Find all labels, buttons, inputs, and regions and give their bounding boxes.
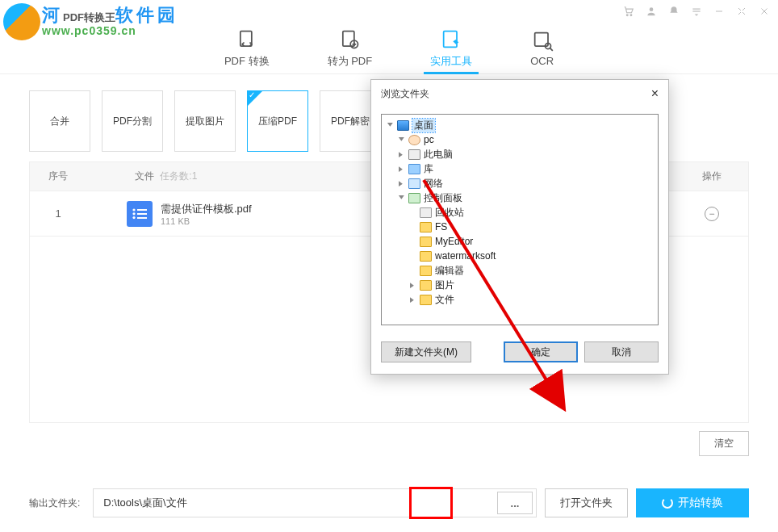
clear-button[interactable]: 清空 — [699, 431, 749, 456]
maximize-icon[interactable] — [736, 6, 747, 17]
svg-point-0 — [626, 15, 628, 16]
new-folder-button[interactable]: 新建文件夹(M) — [381, 341, 471, 362]
tree-item[interactable]: ▶图片 — [383, 278, 656, 292]
tab-ocr[interactable]: OCR — [524, 23, 560, 73]
tool-compress[interactable]: 压缩PDF — [247, 90, 308, 152]
menu-dropdown-icon[interactable] — [691, 6, 702, 17]
tree-item[interactable]: ▶pc — [383, 132, 656, 147]
row-index: 1 — [30, 207, 86, 220]
tab-tools[interactable]: 实用工具 — [424, 23, 479, 73]
tree-item[interactable]: FS — [383, 220, 656, 234]
open-folder-button[interactable]: 打开文件夹 — [545, 488, 628, 517]
tool-merge[interactable]: 合并 — [29, 90, 90, 152]
svg-point-1 — [630, 15, 632, 16]
cancel-button[interactable]: 取消 — [584, 341, 659, 362]
site-watermark: 河PDF转换王软件园 www.pc0359.cn — [3, 3, 178, 40]
file-icon — [127, 201, 153, 227]
close-icon[interactable] — [759, 6, 770, 17]
tab-label: 转为 PDF — [328, 54, 373, 69]
tab-label: PDF 转换 — [224, 54, 270, 69]
cart-icon[interactable] — [623, 6, 634, 17]
tree-item[interactable]: ▶文件 — [383, 292, 656, 307]
minimize-icon[interactable] — [713, 6, 725, 17]
footer-bar: 输出文件夹: ... 打开文件夹 开始转换 — [0, 488, 778, 517]
tool-extract-images[interactable]: 提取图片 — [174, 90, 236, 152]
dialog-close-button[interactable]: × — [651, 86, 659, 101]
tree-item[interactable]: ▶网络 — [383, 176, 656, 191]
tree-item[interactable]: ▶桌面 — [383, 118, 656, 132]
bell-icon[interactable] — [668, 6, 680, 17]
col-op-header: 操作 — [676, 170, 748, 183]
tab-pdf-convert[interactable]: PDF 转换 — [218, 23, 276, 73]
tree-item[interactable]: MyEditor — [383, 234, 656, 249]
svg-rect-3 — [692, 9, 700, 10]
tab-label: 实用工具 — [430, 54, 472, 69]
folder-tree[interactable]: ▶桌面▶pc▶此电脑▶库▶网络▶控制面板回收站FSMyEditorwaterma… — [381, 114, 659, 325]
dialog-title: 浏览文件夹 — [381, 87, 429, 101]
tree-item[interactable]: ▶库 — [383, 161, 656, 176]
tool-split[interactable]: PDF分割 — [102, 90, 163, 152]
refresh-icon — [662, 497, 673, 509]
ok-button[interactable]: 确定 — [504, 341, 578, 362]
tab-label: OCR — [530, 55, 554, 67]
svg-rect-11 — [444, 31, 457, 47]
tab-to-pdf[interactable]: 转为 PDF — [321, 23, 379, 73]
tree-item[interactable]: watermarksoft — [383, 249, 656, 263]
remove-row-button[interactable]: − — [705, 207, 719, 221]
output-path-input[interactable] — [94, 497, 497, 509]
start-convert-button[interactable]: 开始转换 — [636, 488, 749, 517]
tree-item[interactable]: 回收站 — [383, 205, 656, 220]
file-name: 需提供证件模板.pdf — [161, 202, 252, 216]
output-folder-label: 输出文件夹: — [29, 496, 80, 510]
tree-item[interactable]: ▶此电脑 — [383, 147, 656, 161]
tree-item[interactable]: ▶控制面板 — [383, 191, 656, 205]
svg-rect-4 — [692, 10, 700, 11]
svg-point-2 — [650, 7, 654, 11]
browse-button[interactable]: ... — [497, 492, 533, 514]
tree-item[interactable]: 编辑器 — [383, 263, 656, 278]
browse-folder-dialog: 浏览文件夹 × ▶桌面▶pc▶此电脑▶库▶网络▶控制面板回收站FSMyEdito… — [370, 79, 669, 375]
output-path-field: ... — [93, 488, 537, 517]
svg-line-14 — [550, 48, 553, 51]
user-icon[interactable] — [646, 6, 657, 17]
col-index-header: 序号 — [30, 170, 86, 183]
file-size: 111 KB — [161, 216, 252, 226]
site-logo-icon — [3, 3, 40, 40]
